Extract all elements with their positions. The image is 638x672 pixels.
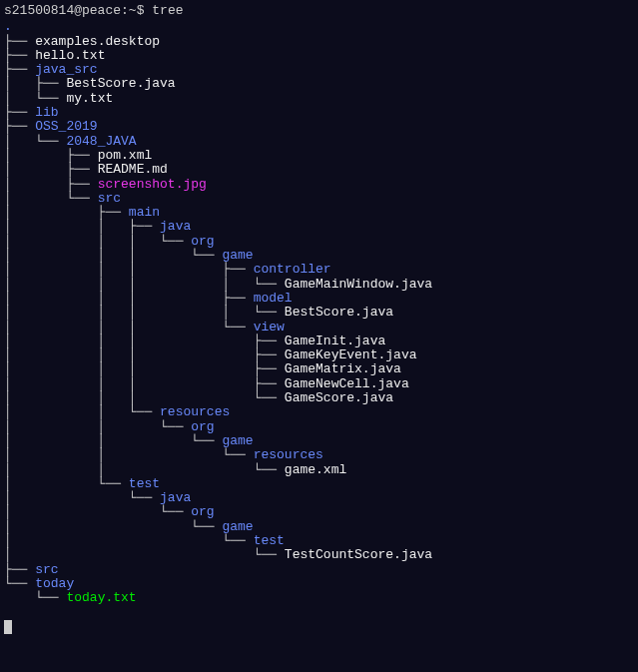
tree-connector: │ └── [4,476,129,491]
prompt-separator: : [121,3,129,18]
file-name: GameMainWindow.java [285,277,432,292]
directory-name: resources [254,447,323,462]
tree-line: ├── java_src [4,63,634,77]
tree-connector: │ │ │ ├── [4,291,254,306]
tree-output: ├── examples.desktop├── hello.txt├── jav… [4,35,634,606]
tree-connector: │ │ └── [4,447,254,462]
file-name: GameMatrix.java [285,361,401,376]
terminal[interactable]: s21500814@peace:~$ tree . ├── examples.d… [4,4,634,634]
tree-line: │ │ └── resources [4,405,634,419]
directory-name: test [254,533,285,548]
tree-connector: │ │ │ │ └── [4,277,285,292]
tree-connector: └── [4,576,35,591]
tree-connector: │ │ └── [4,433,222,448]
directory-name: today [35,576,74,591]
tree-connector: │ └── [4,191,98,206]
tree-line: │ └── java [4,491,634,505]
tree-connector: │ │ │ └── [4,390,285,405]
tree-connector: │ ├── [4,76,66,91]
tree-line: │ └── org [4,505,634,519]
directory-name: OSS_2019 [35,119,97,134]
directory-name: game [222,248,253,263]
tree-line: │ │ └── game [4,434,634,448]
tree-line: │ └── test [4,477,634,491]
directory-name: resources [160,404,230,419]
tree-line: ├── OSS_2019 [4,120,634,134]
directory-name: test [129,476,160,491]
prompt-dollar: $ [137,3,145,18]
tree-connector: │ ├── [4,177,98,192]
file-name: BestScore.java [285,305,393,320]
tree-connector: │ └── [4,134,66,149]
tree-line: │ │ └── org [4,420,634,434]
tree-connector: │ │ │ └── [4,248,222,263]
directory-name: controller [254,262,331,277]
prompt-path: ~ [129,3,137,18]
tree-connector: │ │ └── [4,404,160,419]
tree-line: ├── hello.txt [4,49,634,63]
directory-name: org [191,419,214,434]
tree-connector: │ ├── [4,162,98,177]
tree-connector: │ │ └── [4,419,191,434]
tree-connector: ├── [4,48,35,63]
tree-connector: │ │ │ └── [4,234,191,249]
tree-line: ├── examples.desktop [4,35,634,49]
directory-name: java [160,490,191,505]
tree-line: ├── lib [4,106,634,120]
tree-line: │ ├── screenshot.jpg [4,178,634,192]
file-name: examples.desktop [35,34,160,49]
directory-name: src [98,191,121,206]
blank-line [4,605,634,619]
tree-connector: │ └── [4,504,191,519]
tree-line: │ │ │ └── org [4,235,634,249]
tree-connector: │ │ │ └── [4,320,254,335]
directory-name: lib [35,105,58,120]
tree-line: │ │ └── game.xml [4,463,634,477]
file-name: hello.txt [35,48,105,63]
tree-connector: │ ├── [4,148,98,163]
directory-name: view [254,320,285,335]
file-name: GameKeyEvent.java [285,347,417,362]
tree-line: │ │ │ │ └── GameMainWindow.java [4,278,634,292]
tree-connector: └── [4,590,66,605]
directory-name: main [129,205,160,220]
tree-root: . [4,20,634,34]
tree-line: │ │ │ │ └── BestScore.java [4,306,634,320]
directory-name: model [254,291,293,306]
tree-line: │ │ ├── java [4,220,634,234]
tree-line: └── today.txt [4,591,634,605]
tree-connector: ├── [4,34,35,49]
directory-name: game [222,433,253,448]
file-name: game.xml [285,462,346,477]
tree-line: └── today [4,577,634,591]
tree-connector: │ └── [4,519,222,534]
tree-line: │ ├── pom.xml [4,149,634,163]
tree-connector: │ │ │ ├── [4,262,254,277]
prompt-user: s21500814@peace [4,3,121,18]
tree-line: │ ├── BestScore.java [4,77,634,91]
tree-root-dot: . [4,19,12,34]
tree-line: │ │ │ └── game [4,249,634,263]
tree-line: │ │ └── resources [4,448,634,462]
tree-connector: │ └── [4,547,285,562]
tree-connector: │ └── [4,91,66,106]
tree-connector: │ │ │ │ └── [4,305,285,320]
prompt-command: tree [152,3,183,18]
tree-line: │ │ │ ├── GameInit.java [4,335,634,348]
tree-line: │ └── src [4,192,634,206]
tree-connector: ├── [4,562,35,577]
tree-line: │ │ │ ├── GameKeyEvent.java [4,348,634,362]
file-name: README.md [98,162,168,177]
tree-connector: │ ├── [4,205,129,220]
tree-connector: │ └── [4,490,160,505]
directory-name: java_src [35,62,97,77]
tree-line: │ │ │ ├── controller [4,263,634,277]
file-name: GameScore.java [285,390,393,405]
directory-name: java [160,219,191,234]
tree-line: ├── src [4,563,634,577]
tree-connector: │ │ ├── [4,219,160,234]
tree-connector: │ └── [4,533,254,548]
tree-line: │ ├── README.md [4,163,634,177]
prompt-line: s21500814@peace:~$ tree [4,4,634,18]
file-name: GameInit.java [285,334,385,348]
